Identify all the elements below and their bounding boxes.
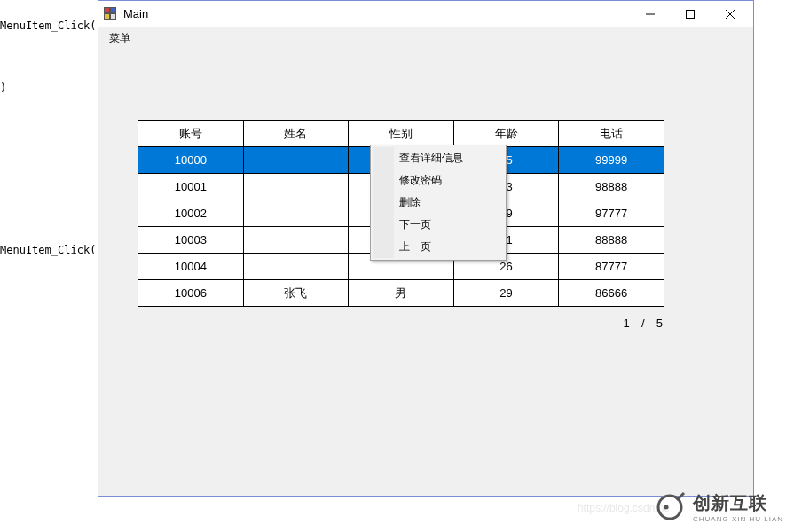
cell-phone[interactable]: 98888: [559, 174, 664, 200]
col-header-name[interactable]: 姓名: [243, 121, 349, 147]
cell-phone[interactable]: 87777: [559, 254, 664, 280]
pager-total: 5: [656, 317, 664, 330]
header-row: 账号 姓名 性别 年龄 电话: [138, 121, 664, 147]
cell-name[interactable]: [243, 200, 349, 227]
window-title: Main: [123, 7, 630, 20]
main-window: Main 菜单 账号 姓名 性别: [98, 0, 754, 497]
minimize-icon: [646, 10, 655, 19]
maximize-button[interactable]: [670, 2, 710, 27]
data-grid[interactable]: 账号 姓名 性别 年龄 电话 1000025999991000123988881…: [138, 120, 664, 307]
context-menu-item[interactable]: 上一页: [373, 236, 504, 258]
app-icon: [104, 7, 118, 21]
brand-logo-icon: [654, 491, 686, 523]
code-line: MenuItem_Click(: [0, 244, 96, 256]
cell-phone[interactable]: 86666: [559, 280, 664, 307]
col-header-phone[interactable]: 电话: [559, 121, 664, 147]
cell-name[interactable]: [243, 174, 349, 200]
context-menu: 查看详细信息修改密码删除下一页上一页: [370, 145, 507, 261]
col-header-gender[interactable]: 性别: [349, 121, 454, 147]
code-line: ): [0, 82, 6, 94]
brand-name-en: CHUANG XIN HU LIAN: [693, 515, 783, 523]
pager: 1 / 5: [623, 317, 664, 330]
menu-item-main[interactable]: 菜单: [102, 29, 138, 48]
window-controls: [630, 2, 750, 27]
cell-phone[interactable]: 88888: [559, 227, 664, 254]
cell-age[interactable]: 29: [453, 280, 559, 307]
context-menu-item[interactable]: 修改密码: [373, 169, 504, 192]
close-icon: [726, 10, 735, 19]
cell-phone[interactable]: 97777: [559, 200, 664, 227]
cell-name[interactable]: [243, 147, 349, 174]
svg-line-5: [677, 493, 684, 500]
table-row[interactable]: 10006张飞男2986666: [138, 280, 664, 307]
cell-id[interactable]: 10006: [138, 280, 244, 307]
cell-name[interactable]: [243, 254, 349, 280]
titlebar[interactable]: Main: [98, 1, 753, 27]
cell-name[interactable]: 张飞: [243, 280, 349, 307]
code-line: MenuItem_Click(: [0, 20, 96, 32]
brand-watermark: 创新互联 CHUANG XIN HU LIAN: [654, 491, 783, 523]
brand-name-cn: 创新互联: [693, 491, 783, 515]
client-area: 账号 姓名 性别 年龄 电话 1000025999991000123988881…: [98, 49, 753, 496]
col-header-id[interactable]: 账号: [138, 121, 244, 147]
minimize-button[interactable]: [630, 2, 670, 27]
cell-id[interactable]: 10000: [138, 147, 244, 174]
maximize-icon: [686, 10, 695, 19]
cell-id[interactable]: 10002: [138, 200, 244, 227]
pager-current: 1: [623, 317, 631, 330]
context-menu-item[interactable]: 查看详细信息: [373, 147, 504, 169]
cell-id[interactable]: 10003: [138, 227, 244, 254]
cell-id[interactable]: 10004: [138, 254, 244, 280]
context-menu-item[interactable]: 下一页: [373, 214, 504, 236]
context-menu-item[interactable]: 删除: [373, 192, 504, 214]
close-button[interactable]: [710, 2, 750, 27]
cell-phone[interactable]: 99999: [559, 147, 664, 174]
svg-point-6: [664, 505, 668, 510]
cell-id[interactable]: 10001: [138, 174, 244, 200]
cell-name[interactable]: [243, 227, 349, 254]
svg-rect-1: [686, 10, 694, 18]
menubar: 菜单: [98, 27, 753, 49]
col-header-age[interactable]: 年龄: [453, 121, 559, 147]
cell-gender[interactable]: 男: [349, 280, 454, 307]
pager-sep: /: [641, 317, 647, 330]
